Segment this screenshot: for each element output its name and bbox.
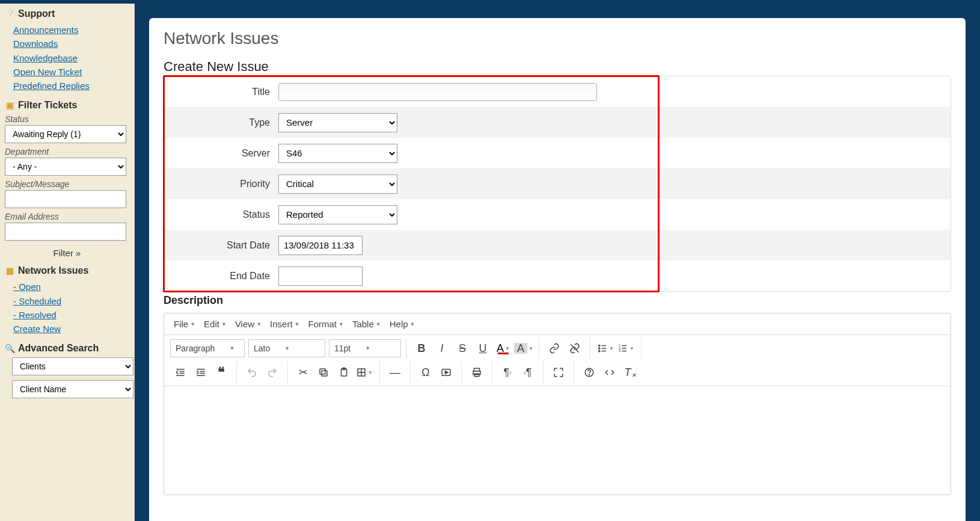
type-select[interactable]: Server	[278, 113, 397, 132]
blockquote-icon[interactable]: ❝	[211, 363, 231, 382]
undo-icon[interactable]	[242, 363, 262, 382]
status-select[interactable]: Awaiting Reply (1)	[5, 125, 126, 143]
fontsize-select[interactable]: 11pt▼	[329, 339, 401, 357]
menu-table[interactable]: Table▼	[349, 317, 385, 331]
description-label: Description	[164, 294, 951, 307]
title-input[interactable]	[278, 83, 597, 101]
network-icon: ▦	[5, 266, 14, 276]
menu-file[interactable]: File▼	[170, 317, 199, 331]
outdent-icon[interactable]	[170, 363, 191, 382]
filter-icon: ▣	[5, 100, 14, 110]
editor-canvas[interactable]	[164, 386, 951, 495]
bold-icon[interactable]: B	[411, 339, 432, 358]
link-icon[interactable]	[544, 339, 565, 358]
link-scheduled[interactable]: - Scheduled	[13, 294, 129, 308]
email-label: Email Address	[5, 212, 129, 221]
status-label: Status	[5, 114, 129, 124]
redo-icon[interactable]	[262, 363, 283, 382]
paste-icon[interactable]	[334, 363, 354, 382]
number-list-icon[interactable]: 123▼	[616, 339, 636, 358]
page-title: Network Issues	[164, 29, 951, 48]
menu-view[interactable]: View▼	[231, 317, 265, 331]
strikethrough-icon[interactable]: S	[452, 339, 473, 358]
menu-insert[interactable]: Insert▼	[266, 317, 303, 331]
clear-format-icon[interactable]: T✕	[620, 363, 640, 382]
filter-header-label: Filter Tickets	[18, 100, 77, 111]
cut-icon[interactable]: ✂	[293, 363, 313, 382]
section-title: Create New Issue	[164, 59, 951, 75]
email-input[interactable]	[5, 223, 126, 241]
svg-marker-29	[446, 371, 449, 374]
link-open-new-ticket[interactable]: Open New Ticket	[13, 65, 129, 79]
main-panel: Network Issues Create New Issue Title Ty…	[149, 18, 966, 521]
help-editor-icon[interactable]	[579, 363, 599, 382]
special-char-icon[interactable]: Ω	[415, 363, 436, 382]
search-header-label: Advanced Search	[18, 343, 99, 354]
font-select[interactable]: Lato▼	[248, 339, 325, 357]
ltr-icon[interactable]: ¶›	[497, 363, 518, 382]
end-date-label: End Date	[164, 271, 278, 282]
svg-text:3: 3	[619, 349, 620, 353]
search-type-select[interactable]: Clients	[12, 357, 133, 375]
svg-point-2	[599, 348, 600, 349]
editor-toolbar: Paragraph▼ Lato▼ 11pt▼ B I S U A▼ A▼	[164, 335, 951, 386]
end-date-input[interactable]	[278, 267, 363, 286]
link-resolved[interactable]: - Resolved	[13, 308, 129, 322]
department-label: Department	[5, 147, 129, 156]
print-icon[interactable]	[467, 363, 487, 382]
bg-color-icon[interactable]: A▼	[513, 339, 534, 358]
help-icon: ❔	[5, 9, 14, 19]
priority-select[interactable]: Critical	[278, 174, 397, 194]
italic-icon[interactable]: I	[432, 339, 452, 358]
start-date-label: Start Date	[164, 240, 278, 251]
svg-point-34	[589, 374, 589, 375]
department-select[interactable]: - Any -	[5, 158, 126, 176]
network-issues-header: ▦ Network Issues	[5, 265, 129, 276]
unlink-icon[interactable]	[565, 339, 585, 358]
subject-input[interactable]	[5, 190, 126, 208]
server-label: Server	[164, 148, 278, 159]
table-icon[interactable]: ▼	[354, 363, 375, 382]
server-select[interactable]: S46	[278, 144, 397, 163]
menu-edit[interactable]: Edit▼	[200, 317, 230, 331]
filter-button[interactable]: Filter »	[54, 248, 81, 258]
hr-icon[interactable]: —	[385, 363, 405, 382]
subject-label: Subject/Message	[5, 179, 129, 189]
search-field-select[interactable]: Client Name	[12, 380, 133, 398]
support-header: ❔ Support	[5, 8, 129, 19]
start-date-input[interactable]	[278, 236, 363, 255]
text-color-icon[interactable]: A▼	[493, 339, 513, 358]
filter-tickets-header: ▣ Filter Tickets	[5, 100, 129, 111]
status-select-form[interactable]: Reported	[278, 205, 397, 224]
fullscreen-icon[interactable]	[548, 363, 569, 382]
rich-text-editor: File▼ Edit▼ View▼ Insert▼ Format▼ Table▼…	[164, 313, 951, 495]
link-downloads[interactable]: Downloads	[13, 37, 129, 51]
link-announcements[interactable]: Announcements	[13, 23, 129, 37]
priority-label: Priority	[164, 179, 278, 190]
sidebar: ❔ Support Announcements Downloads Knowle…	[0, 4, 135, 521]
svg-rect-22	[320, 369, 325, 374]
rtl-icon[interactable]: ‹¶	[518, 363, 538, 382]
underline-icon[interactable]: U	[473, 339, 493, 358]
copy-icon[interactable]	[313, 363, 334, 382]
media-icon[interactable]	[436, 363, 456, 382]
type-label: Type	[164, 117, 278, 128]
link-create-new[interactable]: Create New	[13, 322, 129, 336]
source-code-icon[interactable]	[599, 363, 620, 382]
menu-format[interactable]: Format▼	[304, 317, 347, 331]
editor-menubar: File▼ Edit▼ View▼ Insert▼ Format▼ Table▼…	[164, 313, 951, 335]
indent-icon[interactable]	[191, 363, 211, 382]
support-header-label: Support	[18, 8, 55, 19]
menu-help[interactable]: Help▼	[386, 317, 419, 331]
svg-point-3	[599, 350, 600, 351]
bullet-list-icon[interactable]: ▼	[595, 339, 616, 358]
link-knowledgebase[interactable]: Knowledgebase	[13, 51, 129, 65]
title-label: Title	[164, 87, 278, 97]
svg-point-1	[599, 345, 600, 346]
link-predefined-replies[interactable]: Predefined Replies	[13, 79, 129, 93]
advanced-search-header: 🔍 Advanced Search	[5, 343, 129, 354]
link-open[interactable]: - Open	[13, 280, 129, 294]
search-icon: 🔍	[5, 344, 14, 353]
status-label-form: Status	[164, 209, 278, 220]
paragraph-select[interactable]: Paragraph▼	[170, 339, 245, 357]
